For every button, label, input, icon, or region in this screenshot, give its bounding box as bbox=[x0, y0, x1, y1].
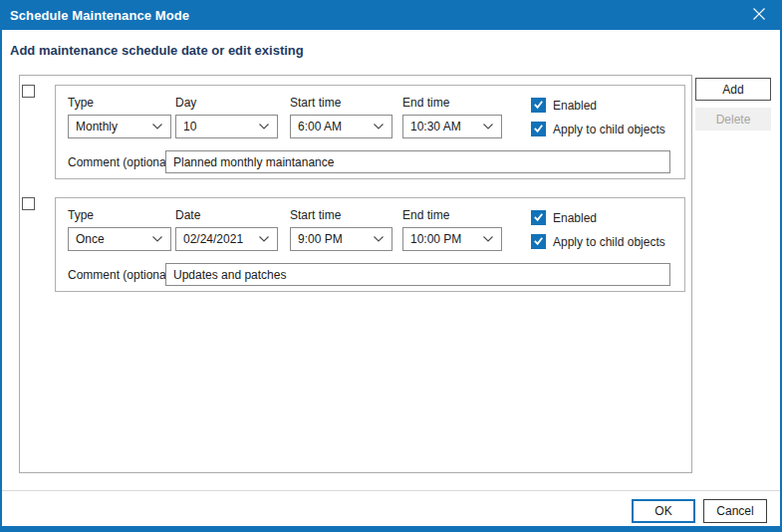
check-icon bbox=[532, 209, 545, 227]
apply-to-child-objects-checkbox[interactable] bbox=[531, 122, 546, 136]
dialog-border-left bbox=[0, 0, 2, 532]
enabled-checkbox-label: Enabled bbox=[553, 99, 597, 113]
end-time-select[interactable]: 10:30 AM bbox=[402, 115, 502, 138]
apply-to-child-objects-checkbox[interactable] bbox=[531, 234, 546, 249]
start-time-select-value: 6:00 AM bbox=[298, 120, 374, 133]
footer-divider bbox=[2, 490, 780, 491]
enabled-checkbox[interactable] bbox=[531, 210, 546, 225]
day-select[interactable]: 10 bbox=[175, 115, 278, 138]
type-label: Type bbox=[68, 208, 94, 222]
schedule-maintenance-dialog: Schedule Maintenance Mode Add maintenanc… bbox=[0, 0, 782, 532]
ok-button[interactable]: OK bbox=[632, 499, 695, 523]
type-select[interactable]: Monthly bbox=[68, 115, 171, 138]
end-time-select[interactable]: 10:00 PM bbox=[402, 227, 502, 251]
close-icon bbox=[753, 8, 765, 23]
end-time-label: End time bbox=[402, 96, 449, 110]
comment-label: Comment (optional): bbox=[68, 155, 176, 169]
add-button[interactable]: Add bbox=[695, 78, 771, 101]
start-time-select-value: 9:00 PM bbox=[298, 232, 374, 246]
type-select-value: Once bbox=[76, 232, 152, 246]
type-label: Type bbox=[68, 96, 94, 110]
check-icon bbox=[532, 97, 545, 115]
check-icon bbox=[532, 233, 545, 251]
schedule-row-0-select-checkbox[interactable] bbox=[22, 85, 35, 98]
start-time-select[interactable]: 6:00 AM bbox=[290, 115, 392, 138]
dialog-title: Schedule Maintenance Mode bbox=[10, 8, 189, 23]
end-time-select-value: 10:00 PM bbox=[410, 232, 483, 246]
day-select-value: 10 bbox=[183, 120, 259, 133]
check-icon bbox=[532, 121, 545, 138]
comment-input[interactable] bbox=[165, 150, 670, 173]
comment-label: Comment (optional): bbox=[68, 268, 176, 282]
start-time-label: Start time bbox=[290, 96, 341, 110]
schedule-row-1-select-checkbox[interactable] bbox=[22, 197, 35, 210]
day-label: Day bbox=[175, 96, 196, 110]
start-time-label: Start time bbox=[290, 208, 341, 222]
apply-to-child-objects-label: Apply to child objects bbox=[553, 235, 665, 249]
type-select-value: Monthly bbox=[76, 120, 152, 133]
chevron-down-icon bbox=[483, 236, 493, 242]
date-label: Date bbox=[175, 208, 200, 222]
chevron-down-icon bbox=[374, 236, 384, 242]
chevron-down-icon bbox=[259, 236, 269, 242]
delete-button[interactable]: Delete bbox=[695, 108, 771, 131]
chevron-down-icon bbox=[374, 124, 384, 130]
schedule-row-0: Type Day Start time End time Monthly 10 … bbox=[55, 85, 685, 179]
type-select[interactable]: Once bbox=[68, 227, 171, 251]
end-time-label: End time bbox=[402, 208, 449, 222]
comment-input[interactable] bbox=[165, 263, 670, 286]
close-button[interactable] bbox=[750, 7, 768, 23]
date-select[interactable]: 02/24/2021 bbox=[175, 227, 278, 251]
cancel-button[interactable]: Cancel bbox=[703, 499, 767, 523]
schedule-row-1: Type Date Start time End time Once 02/24… bbox=[55, 197, 685, 292]
start-time-select[interactable]: 9:00 PM bbox=[290, 227, 392, 251]
apply-to-child-objects-label: Apply to child objects bbox=[553, 123, 665, 136]
enabled-checkbox[interactable] bbox=[531, 98, 546, 113]
chevron-down-icon bbox=[152, 236, 162, 242]
page-title: Add maintenance schedule date or edit ex… bbox=[10, 43, 304, 58]
end-time-select-value: 10:30 AM bbox=[410, 120, 483, 133]
enabled-checkbox-label: Enabled bbox=[553, 211, 597, 225]
date-select-value: 02/24/2021 bbox=[183, 232, 259, 246]
chevron-down-icon bbox=[152, 124, 162, 130]
chevron-down-icon bbox=[259, 124, 269, 130]
titlebar: Schedule Maintenance Mode bbox=[0, 0, 782, 30]
dialog-border-bottom bbox=[0, 526, 782, 532]
chevron-down-icon bbox=[483, 124, 493, 130]
